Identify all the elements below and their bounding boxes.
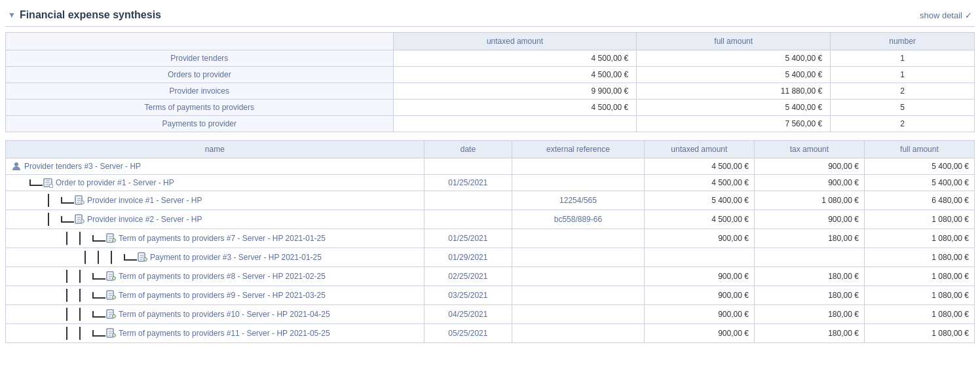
detail-full: 6 480,00 €: [864, 191, 974, 210]
detail-full: 1 080,00 €: [864, 210, 974, 229]
detail-untaxed: 4 500,00 €: [644, 175, 754, 191]
detail-untaxed: 900,00 €: [644, 229, 754, 248]
summary-untaxed: [393, 116, 637, 132]
detail-name-text: Term of payments to providers #10 - Serv…: [119, 310, 330, 319]
header: ▼ Financial expense synthesis show detai…: [5, 5, 975, 27]
summary-full: 7 560,00 €: [637, 116, 831, 132]
detail-untaxed: 5 400,00 €: [644, 191, 754, 210]
detail-name[interactable]: Provider invoice #1 - Server - HP: [6, 191, 424, 210]
detail-col-name: name: [6, 141, 424, 158]
summary-full: 5 400,00 €: [637, 67, 831, 83]
detail-name[interactable]: Order to provider #1 - Server - HP: [6, 175, 424, 191]
detail-full: 1 080,00 €: [864, 286, 974, 305]
detail-untaxed: 900,00 €: [644, 324, 754, 343]
collapse-arrow[interactable]: ▼: [8, 10, 16, 20]
show-detail-button[interactable]: show detail ✓: [920, 10, 972, 20]
summary-row-label[interactable]: Orders to provider: [6, 67, 394, 83]
detail-row: Term of payments to providers #11 - Serv…: [6, 324, 975, 343]
detail-name[interactable]: Term of payments to providers #8 - Serve…: [6, 267, 424, 286]
term-icon: [105, 309, 116, 320]
detail-tax: 1 080,00 €: [754, 191, 864, 210]
detail-extref: [512, 305, 645, 324]
detail-tax: 180,00 €: [754, 305, 864, 324]
main-container: ▼ Financial expense synthesis show detai…: [0, 0, 980, 348]
detail-row: Provider tenders #3 - Server - HP 4 500,…: [6, 158, 975, 175]
summary-row: Provider tenders 4 500,00 € 5 400,00 € 1: [6, 50, 975, 67]
detail-row: Payment to provider #3 - Server - HP 202…: [6, 248, 975, 267]
summary-untaxed: 4 500,00 €: [393, 50, 637, 67]
detail-date: 01/29/2021: [424, 248, 512, 267]
detail-name[interactable]: Provider invoice #2 - Server - HP: [6, 210, 424, 229]
detail-full: 1 080,00 €: [864, 229, 974, 248]
summary-row: Terms of payments to providers 4 500,00 …: [6, 100, 975, 116]
detail-date: [424, 191, 512, 210]
detail-tax: [754, 248, 864, 267]
detail-name-text: Term of payments to providers #8 - Serve…: [119, 272, 326, 281]
page-title: ▼ Financial expense synthesis: [8, 9, 161, 21]
detail-untaxed: 900,00 €: [644, 267, 754, 286]
summary-col-full: full amount: [637, 33, 831, 50]
detail-col-untaxed: untaxed amount: [644, 141, 754, 158]
payment-icon: [137, 252, 147, 263]
summary-row-label[interactable]: Payments to provider: [6, 116, 394, 132]
detail-extref: [512, 286, 645, 305]
detail-name-text: Term of payments to providers #9 - Serve…: [119, 291, 326, 300]
detail-name-text: Payment to provider #3 - Server - HP 202…: [150, 253, 322, 262]
summary-col-number: number: [831, 33, 975, 50]
term-icon: [105, 328, 116, 339]
detail-extref: 12254/565: [512, 191, 645, 210]
detail-date: [424, 158, 512, 175]
summary-row-label[interactable]: Provider tenders: [6, 50, 394, 67]
detail-extref: [512, 248, 645, 267]
detail-date: [424, 210, 512, 229]
detail-col-extref: external reference: [512, 141, 645, 158]
detail-untaxed: 900,00 €: [644, 286, 754, 305]
detail-tax: 180,00 €: [754, 286, 864, 305]
summary-number: 5: [831, 100, 975, 116]
detail-name[interactable]: Payment to provider #3 - Server - HP 202…: [6, 248, 424, 267]
detail-name-text: Provider invoice #1 - Server - HP: [87, 196, 202, 205]
detail-extref: [512, 229, 645, 248]
detail-name[interactable]: Term of payments to providers #9 - Serve…: [6, 286, 424, 305]
detail-row: Provider invoice #1 - Server - HP 12254/…: [6, 191, 975, 210]
detail-name[interactable]: Term of payments to providers #11 - Serv…: [6, 324, 424, 343]
detail-tax: 900,00 €: [754, 158, 864, 175]
detail-name[interactable]: Term of payments to providers #7 - Serve…: [6, 229, 424, 248]
detail-extref: bc558/889-66: [512, 210, 645, 229]
detail-row: Order to provider #1 - Server - HP 01/25…: [6, 175, 975, 191]
summary-row-label[interactable]: Provider invoices: [6, 83, 394, 100]
detail-full: 1 080,00 €: [864, 267, 974, 286]
summary-row-label[interactable]: Terms of payments to providers: [6, 100, 394, 116]
detail-full: 1 080,00 €: [864, 248, 974, 267]
order-icon: [43, 177, 53, 188]
detail-full: 1 080,00 €: [864, 324, 974, 343]
detail-name-text: Order to provider #1 - Server - HP: [56, 178, 174, 187]
detail-table: name date external reference untaxed amo…: [5, 140, 975, 343]
term-icon: [105, 233, 116, 244]
detail-row: Provider invoice #2 - Server - HP bc558/…: [6, 210, 975, 229]
detail-untaxed: 4 500,00 €: [644, 210, 754, 229]
detail-date: 02/25/2021: [424, 267, 512, 286]
detail-extref: [512, 324, 645, 343]
summary-full: 5 400,00 €: [637, 100, 831, 116]
detail-row: Term of payments to providers #9 - Serve…: [6, 286, 975, 305]
detail-row: Term of payments to providers #10 - Serv…: [6, 305, 975, 324]
invoice-icon: [74, 214, 85, 225]
term-icon: [105, 290, 116, 301]
detail-extref: [512, 175, 645, 191]
summary-row: Payments to provider 7 560,00 € 2: [6, 116, 975, 132]
summary-row: Orders to provider 4 500,00 € 5 400,00 €…: [6, 67, 975, 83]
detail-extref: [512, 158, 645, 175]
detail-tax: 900,00 €: [754, 210, 864, 229]
summary-row: Provider invoices 9 900,00 € 11 880,00 €…: [6, 83, 975, 100]
detail-name[interactable]: Provider tenders #3 - Server - HP: [6, 158, 424, 175]
svg-point-0: [14, 162, 18, 166]
summary-col-untaxed: untaxed amount: [393, 33, 637, 50]
detail-name-text: Provider invoice #2 - Server - HP: [87, 215, 202, 224]
detail-tax: 180,00 €: [754, 267, 864, 286]
detail-name[interactable]: Term of payments to providers #10 - Serv…: [6, 305, 424, 324]
summary-untaxed: 9 900,00 €: [393, 83, 637, 100]
detail-date: 01/25/2021: [424, 175, 512, 191]
detail-row: Term of payments to providers #8 - Serve…: [6, 267, 975, 286]
detail-untaxed: 900,00 €: [644, 305, 754, 324]
